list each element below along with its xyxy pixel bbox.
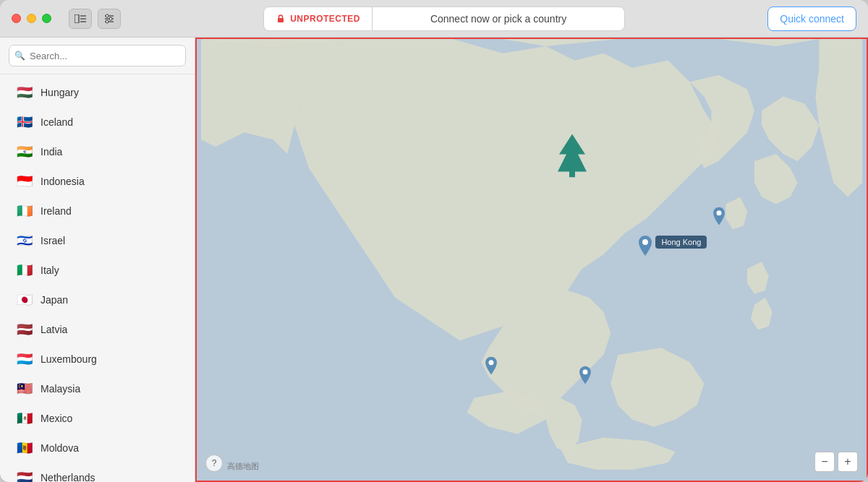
map-attribution: 高德地图	[227, 461, 259, 472]
svg-rect-13	[569, 170, 575, 177]
country-name: India	[41, 146, 62, 158]
hongkong-label: Hong Kong	[655, 236, 707, 249]
country-list-item[interactable]: 🇮🇪 Ireland	[4, 197, 190, 225]
connect-prompt: Connect now or pick a country	[373, 13, 624, 25]
svg-point-14	[642, 239, 648, 245]
country-name: Moldova	[41, 442, 79, 454]
titlebar: UNPROTECTED Connect now or pick a countr…	[0, 0, 868, 38]
country-flag: 🇮🇸	[16, 113, 33, 131]
country-list-item[interactable]: 🇳🇱 Netherlands	[4, 463, 190, 482]
country-name: Indonesia	[41, 176, 85, 187]
hongkong-pin[interactable]: Hong Kong	[637, 234, 654, 260]
search-input[interactable]	[9, 45, 186, 66]
map-controls: − +	[814, 452, 858, 472]
zoom-in-button[interactable]: +	[838, 452, 858, 472]
country-name: Japan	[41, 294, 68, 306]
titlebar-center: UNPROTECTED Connect now or pick a countr…	[129, 7, 759, 31]
country-name: Israel	[41, 235, 65, 246]
country-flag: 🇮🇩	[16, 173, 33, 190]
main-content: 🔍 🇭🇺 Hungary 🇮🇸 Iceland 🇮🇳 India 🇮🇩 Indo…	[0, 38, 868, 482]
traffic-lights	[12, 14, 51, 23]
country-list-item[interactable]: 🇲🇽 Mexico	[4, 404, 190, 433]
country-list-item[interactable]: 🇮🇱 Israel	[4, 226, 190, 255]
country-list-item[interactable]: 🇲🇩 Moldova	[4, 434, 190, 462]
sidebar-icon	[75, 14, 86, 23]
country-flag: 🇲🇽	[16, 410, 33, 427]
quick-connect-button[interactable]: Quick connect	[767, 7, 856, 31]
svg-point-16	[489, 361, 494, 366]
country-list-item[interactable]: 🇮🇩 Indonesia	[4, 167, 190, 196]
country-flag: 🇲🇩	[16, 439, 33, 457]
svg-point-17	[583, 369, 588, 374]
country-name: Ireland	[41, 205, 72, 217]
status-bar: UNPROTECTED Connect now or pick a countr…	[263, 7, 625, 31]
svg-marker-12	[558, 134, 587, 171]
search-container: 🔍	[0, 38, 195, 74]
svg-point-7	[106, 14, 109, 17]
country-flag: 🇮🇪	[16, 202, 33, 220]
country-list: 🇭🇺 Hungary 🇮🇸 Iceland 🇮🇳 India 🇮🇩 Indone…	[0, 74, 195, 482]
maximize-button[interactable]	[42, 14, 51, 23]
country-flag: 🇱🇺	[16, 350, 33, 368]
tree-icon	[553, 131, 591, 185]
country-list-item[interactable]: 🇱🇻 Latvia	[4, 315, 190, 344]
minimize-button[interactable]	[27, 14, 36, 23]
taiwan-pin[interactable]	[711, 206, 727, 229]
country-list-item[interactable]: 🇱🇺 Luxembourg	[4, 345, 190, 374]
country-name: Malaysia	[41, 383, 80, 395]
search-icon: 🔍	[14, 51, 25, 61]
sidebar: 🔍 🇭🇺 Hungary 🇮🇸 Iceland 🇮🇳 India 🇮🇩 Indo…	[0, 38, 195, 482]
help-icon: ?	[212, 458, 217, 468]
country-list-item[interactable]: 🇮🇳 India	[4, 137, 190, 166]
country-name: Hungary	[41, 87, 79, 98]
country-flag: 🇯🇵	[16, 291, 33, 309]
country-name: Iceland	[41, 116, 73, 128]
country-name: Netherlands	[41, 472, 95, 482]
country-name: Latvia	[41, 324, 67, 335]
country-name: Mexico	[41, 413, 72, 424]
country-flag: 🇮🇱	[16, 232, 33, 249]
svg-rect-0	[75, 14, 79, 23]
titlebar-right: Quick connect	[767, 7, 856, 31]
unprotected-section: UNPROTECTED	[264, 7, 373, 30]
country-flag: 🇮🇹	[16, 262, 33, 279]
country-flag: 🇮🇳	[16, 143, 33, 160]
malaysia2-pin[interactable]	[577, 365, 593, 388]
country-name: Luxembourg	[41, 353, 97, 365]
search-wrapper: 🔍	[9, 45, 186, 66]
country-list-item[interactable]: 🇯🇵 Japan	[4, 285, 190, 314]
unprotected-label: UNPROTECTED	[290, 14, 360, 24]
map-area[interactable]: Hong Kong	[195, 38, 868, 482]
map-svg	[197, 39, 867, 481]
country-flag: 🇳🇱	[16, 469, 33, 482]
svg-point-9	[106, 20, 109, 23]
country-flag: 🇲🇾	[16, 380, 33, 397]
country-list-item[interactable]: 🇮🇸 Iceland	[4, 108, 190, 137]
svg-point-15	[717, 210, 722, 215]
zoom-out-icon: −	[821, 455, 827, 468]
titlebar-left-icons	[69, 9, 121, 29]
sidebar-toggle-button[interactable]	[69, 9, 92, 29]
zoom-out-button[interactable]: −	[814, 452, 835, 472]
country-list-item[interactable]: 🇭🇺 Hungary	[4, 78, 190, 107]
country-list-item[interactable]: 🇲🇾 Malaysia	[4, 374, 190, 403]
svg-rect-10	[278, 18, 284, 22]
app-window: UNPROTECTED Connect now or pick a countr…	[0, 0, 868, 482]
settings-button[interactable]	[98, 9, 121, 29]
zoom-in-icon: +	[844, 455, 851, 468]
country-flag: 🇭🇺	[16, 84, 33, 101]
close-button[interactable]	[12, 14, 21, 23]
settings-icon	[103, 13, 115, 25]
country-flag: 🇱🇻	[16, 321, 33, 338]
svg-point-8	[109, 17, 112, 20]
country-list-item[interactable]: 🇮🇹 Italy	[4, 256, 190, 285]
malaysia1-pin[interactable]	[483, 356, 499, 379]
country-name: Italy	[41, 264, 59, 276]
map-help-button[interactable]: ?	[205, 455, 223, 472]
lock-icon	[276, 14, 286, 24]
